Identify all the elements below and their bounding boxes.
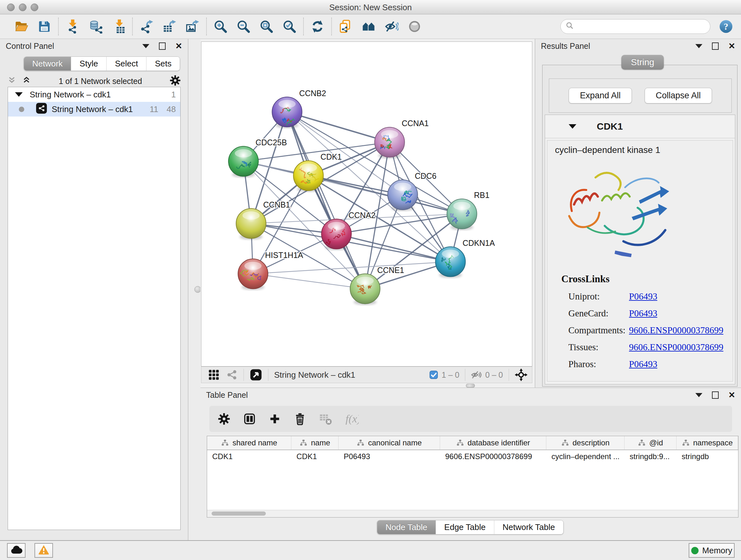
zoom-fit-button[interactable]	[259, 19, 274, 34]
delete-columns-button[interactable]	[293, 413, 307, 425]
left-splitter-handle[interactable]	[194, 286, 201, 293]
crosslink-row: Uniprot:P06493	[553, 291, 727, 302]
crosslink-link[interactable]: 9606.ENSP00000378699	[629, 325, 724, 335]
import-network-button[interactable]	[65, 19, 80, 34]
column-header-name[interactable]: name	[291, 436, 339, 449]
column-header-canonical-name[interactable]: canonical name	[339, 436, 440, 449]
horizontal-splitter-handle[interactable]	[466, 384, 475, 388]
fit-selected-button[interactable]	[515, 368, 528, 381]
network-node-CDK1[interactable]	[293, 161, 323, 192]
expand-all-icon[interactable]	[22, 76, 31, 86]
horizontal-splitter[interactable]	[200, 383, 535, 388]
detach-network-view-button[interactable]	[250, 368, 262, 381]
show-columns-button[interactable]	[243, 413, 256, 425]
cloud-services-button[interactable]	[7, 543, 25, 558]
column-header-description[interactable]: description	[546, 436, 624, 449]
scrollbar-thumb[interactable]	[212, 511, 266, 516]
network-edge[interactable]	[287, 112, 389, 142]
panel-float-icon[interactable]	[712, 43, 719, 50]
network-node-CCNA1[interactable]	[375, 127, 405, 159]
network-node-CCNB1[interactable]	[236, 208, 266, 240]
graphics-details-button[interactable]	[361, 19, 376, 34]
network-edge[interactable]	[253, 274, 365, 289]
panel-menu-icon[interactable]	[695, 44, 702, 48]
network-node-HIST1H1A[interactable]	[238, 259, 268, 290]
collapse-all-button[interactable]: Collapse All	[645, 88, 712, 104]
panel-menu-icon[interactable]	[695, 393, 702, 397]
clone-network-button[interactable]	[338, 19, 353, 34]
collection-label: String Network – cdk1	[30, 90, 111, 100]
column-label: name	[311, 438, 330, 447]
tab-string[interactable]: String	[621, 55, 664, 70]
export-image-button[interactable]	[185, 19, 200, 34]
memory-label: Memory	[702, 546, 732, 556]
tab-select[interactable]: Select	[106, 57, 146, 71]
import-database-button[interactable]	[88, 19, 103, 34]
column-header-database-identifier[interactable]: database identifier	[440, 436, 546, 449]
panel-float-icon[interactable]	[159, 43, 165, 50]
panel-close-icon[interactable]: ✕	[175, 42, 182, 50]
tab-node-table[interactable]: Node Table	[377, 520, 435, 534]
collapse-all-icon[interactable]	[7, 76, 17, 86]
column-header-namespace[interactable]: namespace	[677, 436, 738, 449]
export-network-button[interactable]	[139, 19, 154, 34]
show-flagged-button[interactable]	[407, 19, 422, 34]
network-node-CCNE1[interactable]	[350, 274, 380, 305]
selected-items-checkbox[interactable]	[429, 370, 439, 380]
crosslink-link[interactable]: P06493	[629, 308, 657, 318]
crosslink-link[interactable]: 9606.ENSP00000378699	[629, 342, 724, 352]
export-table-button[interactable]	[162, 19, 177, 34]
tab-edge-table[interactable]: Edge Table	[435, 520, 494, 534]
network-node-CDKN1A[interactable]	[435, 247, 466, 278]
tab-network-table[interactable]: Network Table	[494, 520, 563, 534]
panel-close-icon[interactable]: ✕	[728, 42, 735, 50]
memory-button[interactable]: Memory	[689, 543, 735, 558]
search-box[interactable]	[560, 19, 711, 34]
network-edge[interactable]	[308, 176, 462, 214]
network-collection-row[interactable]: String Network – cdk1 1	[8, 87, 180, 102]
node-entry-header[interactable]: CDK1	[545, 115, 735, 138]
tab-sets[interactable]: Sets	[146, 57, 180, 71]
help-button[interactable]: ?	[719, 19, 733, 34]
crosslink-link[interactable]: P06493	[629, 291, 657, 301]
zoom-out-button[interactable]	[236, 19, 251, 34]
open-file-button[interactable]	[14, 19, 29, 34]
network-overview-button[interactable]	[226, 369, 238, 381]
panel-menu-icon[interactable]	[142, 44, 149, 48]
column-header-shared-name[interactable]: shared name	[207, 436, 291, 449]
network-list: String Network – cdk1 1 String Network –…	[8, 87, 181, 530]
network-node-CCNA2[interactable]	[321, 219, 351, 250]
network-node-CDC25B[interactable]	[228, 146, 259, 178]
table-horizontal-scrollbar[interactable]	[207, 510, 738, 517]
panel-float-icon[interactable]	[712, 391, 719, 399]
warnings-button[interactable]	[35, 543, 53, 558]
refresh-network-button[interactable]	[310, 19, 325, 34]
search-input[interactable]	[575, 22, 705, 31]
network-node-CDC6[interactable]	[388, 180, 418, 211]
birds-eye-grid-button[interactable]	[208, 369, 220, 381]
network-node-RB1[interactable]	[447, 199, 477, 230]
zoom-in-button[interactable]	[213, 19, 228, 34]
create-column-button[interactable]	[269, 413, 281, 425]
crosslink-link[interactable]: P06493	[629, 359, 657, 369]
tab-network[interactable]: Network	[24, 57, 71, 71]
network-edge[interactable]	[287, 112, 365, 289]
import-table-button[interactable]	[111, 19, 126, 34]
table-panel-header: Table Panel ✕	[200, 388, 741, 402]
zoom-selected-button[interactable]	[282, 19, 297, 34]
network-row[interactable]: String Network – cdk1 11 48	[8, 102, 180, 117]
save-session-button[interactable]	[37, 19, 52, 34]
tab-style[interactable]: Style	[71, 57, 106, 71]
column-header--id[interactable]: @id	[624, 436, 677, 449]
network-canvas[interactable]: CCNB2CCNA1CDC25BCDK1CDC6RB1CCNB1CCNA2CDK…	[201, 42, 532, 367]
network-list-options-gear-icon[interactable]	[170, 75, 181, 87]
string-results-container: Expand All Collapse All CDK1 cyclin–depe…	[542, 65, 738, 387]
entry-collapse-icon[interactable]	[569, 124, 576, 129]
expand-all-button[interactable]: Expand All	[569, 88, 632, 104]
table-settings-button[interactable]	[218, 413, 230, 425]
panel-close-icon[interactable]: ✕	[728, 391, 735, 399]
table-row[interactable]: CDK1CDK1P064939606.ENSP00000378699cyclin…	[207, 450, 738, 463]
main-toolbar: ?	[0, 14, 741, 39]
hide-flagged-button[interactable]	[384, 19, 399, 34]
collection-expand-icon[interactable]	[15, 92, 23, 97]
